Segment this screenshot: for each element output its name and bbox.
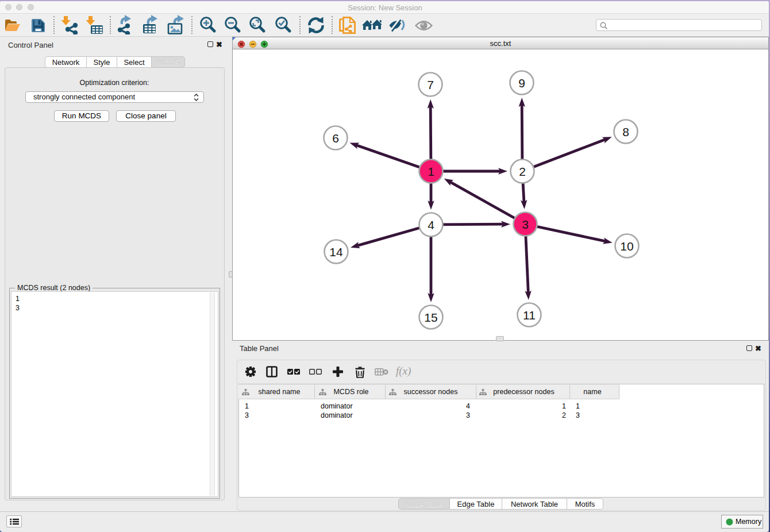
svg-text:9: 9 (518, 76, 525, 90)
svg-text:4: 4 (428, 218, 434, 232)
svg-text:2: 2 (519, 165, 526, 178)
svg-text:15: 15 (424, 311, 437, 324)
svg-text:7: 7 (427, 78, 434, 91)
svg-text:1: 1 (428, 165, 434, 178)
svg-text:14: 14 (329, 245, 343, 259)
svg-text:3: 3 (522, 218, 529, 231)
svg-text:6: 6 (332, 132, 339, 145)
svg-text:8: 8 (622, 125, 629, 138)
svg-text:10: 10 (620, 240, 633, 253)
svg-text:11: 11 (523, 309, 536, 322)
